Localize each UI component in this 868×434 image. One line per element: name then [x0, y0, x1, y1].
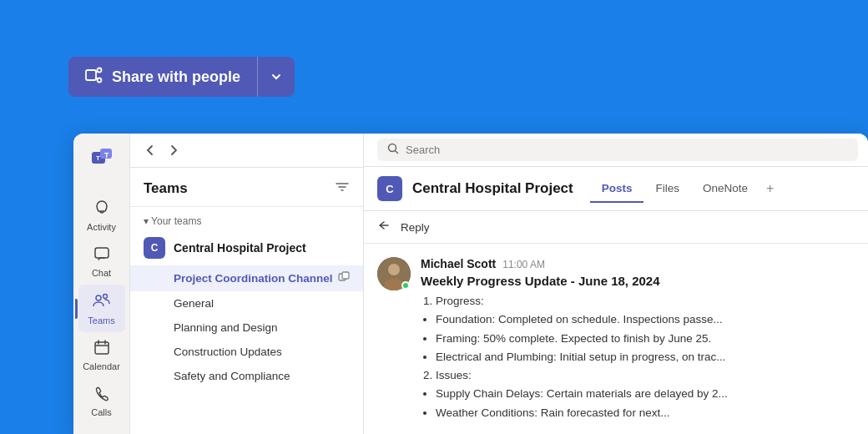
sidebar-item-teams[interactable]: Teams: [78, 285, 125, 332]
channel-name: General: [174, 297, 350, 310]
calendar-icon: [93, 339, 110, 360]
channel-name: Safety and Compliance: [174, 370, 350, 382]
icon-sidebar: T T Activity Chat: [73, 134, 130, 434]
main-content: C Central Hospital Project Posts Files O…: [364, 134, 868, 434]
sidebar-item-activity[interactable]: Activity: [78, 193, 125, 239]
message-meta: Michael Scott 11:00 AM: [421, 257, 855, 270]
main-header: C Central Hospital Project Posts Files O…: [364, 167, 868, 211]
body-item-1: Progress:: [436, 293, 855, 310]
team-name: Central Hospital Project: [174, 241, 306, 255]
body-item-6: Supply Chain Delays: Certain materials a…: [436, 386, 855, 402]
main-team-icon: C: [377, 176, 402, 201]
share-icon: [85, 66, 103, 88]
share-with-people-button[interactable]: Share with people: [68, 57, 257, 97]
svg-rect-9: [95, 248, 108, 258]
svg-rect-0: [86, 70, 96, 80]
forward-button[interactable]: [162, 139, 185, 162]
tab-posts[interactable]: Posts: [590, 175, 644, 203]
activity-label: Activity: [87, 222, 116, 232]
teams-icon: [93, 291, 111, 314]
online-status-dot: [401, 281, 410, 290]
channel-panel-title: Teams: [144, 180, 188, 197]
tab-add-button[interactable]: +: [760, 178, 780, 199]
channel-panel-header: Teams: [130, 168, 363, 207]
copy-link-icon[interactable]: [338, 271, 350, 285]
main-tabs: Posts Files OneNote +: [590, 175, 781, 202]
svg-rect-14: [342, 272, 349, 279]
search-icon: [387, 143, 399, 157]
chat-icon: [93, 245, 110, 266]
channel-item-project-coordination[interactable]: Project Coordination Channel: [130, 265, 363, 291]
share-button-label: Share with people: [112, 68, 240, 86]
svg-point-11: [103, 295, 107, 299]
share-bar: Share with people: [68, 57, 295, 97]
channel-name: Project Coordination Channel: [174, 272, 338, 285]
sidebar-item-chat[interactable]: Chat: [78, 239, 125, 285]
channel-item-safety[interactable]: Safety and Compliance: [130, 364, 363, 388]
chat-label: Chat: [92, 268, 111, 278]
body-item-4: Electrical and Plumbing: Initial setup i…: [436, 349, 855, 366]
sidebar-item-calendar[interactable]: Calendar: [78, 332, 125, 378]
search-bar[interactable]: [377, 139, 858, 161]
filter-icon[interactable]: [335, 179, 350, 198]
calls-icon: [93, 385, 110, 406]
reply-label: Reply: [401, 221, 430, 234]
window-top-bar: [130, 134, 363, 168]
sidebar-item-calls[interactable]: Calls: [78, 378, 125, 424]
search-input[interactable]: [406, 144, 848, 156]
body-item-3: Framing: 50% complete. Expected to finis…: [436, 331, 855, 347]
channel-item-construction[interactable]: Construction Updates: [130, 340, 363, 364]
inner-panels: Teams ▾ Your teams C Central Hospital Pr…: [130, 134, 868, 434]
team-icon: C: [144, 237, 165, 259]
message-time: 11:00 AM: [502, 259, 545, 270]
tab-onenote[interactable]: OneNote: [691, 175, 760, 203]
svg-text:T: T: [96, 154, 100, 162]
reply-arrow-icon: [377, 218, 392, 236]
calendar-label: Calendar: [83, 361, 120, 371]
channel-name: Planning and Design: [174, 321, 350, 334]
your-teams-label: ▾ Your teams: [130, 207, 363, 230]
share-dropdown-button[interactable]: [257, 57, 295, 97]
active-indicator: [75, 299, 78, 319]
team-item[interactable]: C Central Hospital Project: [130, 230, 363, 265]
message-row: Michael Scott 11:00 AM Weekly Progress U…: [377, 257, 855, 423]
message-body: Progress: Foundation: Completed on sched…: [421, 293, 855, 421]
channel-item-general[interactable]: General: [130, 291, 363, 315]
svg-text:T: T: [104, 151, 109, 159]
svg-point-2: [98, 78, 102, 82]
message-area: Michael Scott 11:00 AM Weekly Progress U…: [364, 244, 868, 434]
body-item-5: Issues:: [436, 367, 855, 384]
reply-bar: Reply: [364, 211, 868, 244]
teams-window: T T Activity Chat: [73, 134, 868, 434]
teams-logo: T T: [85, 140, 119, 179]
teams-label: Teams: [88, 315, 114, 326]
message-subject: Weekly Progress Update - June 18, 2024: [421, 274, 855, 288]
body-item-7: Weather Conditions: Rain forecasted for …: [436, 405, 855, 421]
svg-point-17: [388, 264, 400, 275]
tab-files[interactable]: Files: [643, 175, 691, 203]
calls-label: Calls: [91, 407, 111, 417]
back-button[interactable]: [139, 139, 162, 162]
svg-point-1: [98, 68, 102, 72]
channel-panel: Teams ▾ Your teams C Central Hospital Pr…: [130, 134, 364, 434]
svg-rect-12: [95, 342, 108, 354]
svg-line-3: [96, 71, 98, 73]
activity-icon: [93, 199, 110, 220]
avatar-wrap: [377, 257, 411, 290]
message-sender: Michael Scott: [421, 257, 496, 270]
svg-line-4: [96, 78, 98, 79]
main-title: Central Hospital Project: [412, 180, 573, 197]
message-content: Michael Scott 11:00 AM Weekly Progress U…: [421, 257, 855, 423]
channel-item-planning[interactable]: Planning and Design: [130, 315, 363, 340]
channel-name: Construction Updates: [174, 346, 350, 358]
svg-point-10: [96, 295, 101, 300]
body-item-2: Foundation: Completed on schedule. Inspe…: [436, 311, 855, 328]
